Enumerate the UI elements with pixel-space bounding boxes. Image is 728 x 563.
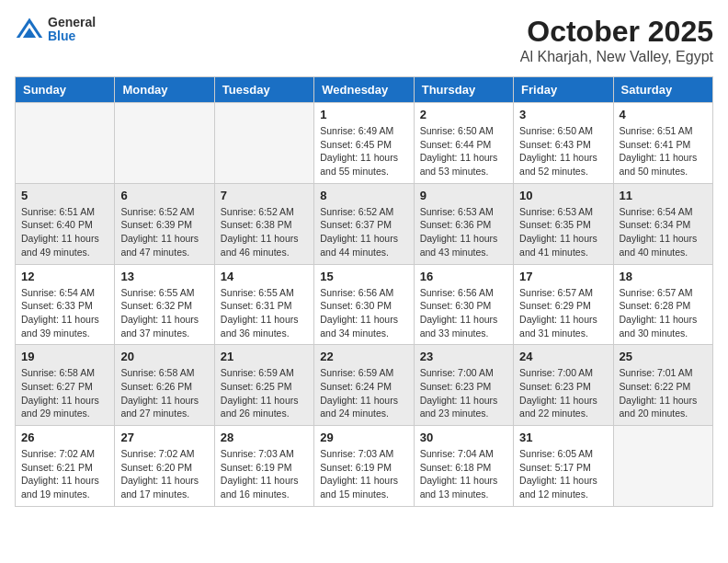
day-number: 10 <box>519 189 607 202</box>
logo-text: General Blue <box>48 16 96 44</box>
calendar-cell: 1Sunrise: 6:49 AM Sunset: 6:45 PM Daylig… <box>314 103 414 184</box>
logo: General Blue <box>15 15 96 44</box>
day-number: 30 <box>420 431 507 444</box>
day-header-saturday: Saturday <box>613 77 712 103</box>
cell-info: Sunrise: 6:50 AM Sunset: 6:44 PM Dayligh… <box>420 124 507 178</box>
calendar-cell: 12Sunrise: 6:54 AM Sunset: 6:33 PM Dayli… <box>16 264 115 345</box>
day-number: 18 <box>620 270 707 283</box>
title-block: October 2025 Al Kharjah, New Valley, Egy… <box>520 15 713 65</box>
calendar-cell: 2Sunrise: 6:50 AM Sunset: 6:44 PM Daylig… <box>414 103 513 184</box>
day-header-sunday: Sunday <box>16 77 115 103</box>
day-number: 24 <box>519 350 607 363</box>
calendar-week-row: 1Sunrise: 6:49 AM Sunset: 6:45 PM Daylig… <box>16 103 713 184</box>
day-header-thursday: Thursday <box>414 77 513 103</box>
calendar-cell: 24Sunrise: 7:00 AM Sunset: 6:23 PM Dayli… <box>514 345 613 426</box>
day-number: 28 <box>221 431 308 444</box>
cell-info: Sunrise: 6:57 AM Sunset: 6:28 PM Dayligh… <box>620 286 707 340</box>
day-header-monday: Monday <box>115 77 214 103</box>
cell-info: Sunrise: 7:00 AM Sunset: 6:23 PM Dayligh… <box>519 366 607 420</box>
calendar: SundayMondayTuesdayWednesdayThursdayFrid… <box>15 76 713 507</box>
day-number: 31 <box>519 431 607 444</box>
day-header-tuesday: Tuesday <box>214 77 313 103</box>
day-number: 8 <box>320 189 407 202</box>
day-number: 19 <box>21 350 108 363</box>
day-number: 4 <box>620 108 707 121</box>
day-number: 2 <box>420 108 507 121</box>
day-number: 23 <box>420 350 507 363</box>
cell-info: Sunrise: 6:53 AM Sunset: 6:35 PM Dayligh… <box>519 205 607 259</box>
logo-icon <box>15 15 44 44</box>
cell-info: Sunrise: 6:52 AM Sunset: 6:37 PM Dayligh… <box>320 205 407 259</box>
calendar-body: 1Sunrise: 6:49 AM Sunset: 6:45 PM Daylig… <box>16 103 713 507</box>
calendar-cell: 14Sunrise: 6:55 AM Sunset: 6:31 PM Dayli… <box>214 264 313 345</box>
logo-blue: Blue <box>48 29 96 43</box>
day-number: 16 <box>420 270 507 283</box>
calendar-cell: 6Sunrise: 6:52 AM Sunset: 6:39 PM Daylig… <box>115 183 214 264</box>
cell-info: Sunrise: 6:05 AM Sunset: 5:17 PM Dayligh… <box>519 447 607 501</box>
calendar-cell <box>115 103 214 184</box>
cell-info: Sunrise: 6:59 AM Sunset: 6:25 PM Dayligh… <box>221 366 308 420</box>
calendar-cell: 21Sunrise: 6:59 AM Sunset: 6:25 PM Dayli… <box>214 345 313 426</box>
calendar-cell: 18Sunrise: 6:57 AM Sunset: 6:28 PM Dayli… <box>613 264 712 345</box>
calendar-cell: 23Sunrise: 7:00 AM Sunset: 6:23 PM Dayli… <box>414 345 513 426</box>
cell-info: Sunrise: 7:03 AM Sunset: 6:19 PM Dayligh… <box>221 447 308 501</box>
day-number: 29 <box>320 431 407 444</box>
cell-info: Sunrise: 6:51 AM Sunset: 6:41 PM Dayligh… <box>620 124 707 178</box>
day-number: 7 <box>221 189 308 202</box>
calendar-week-row: 5Sunrise: 6:51 AM Sunset: 6:40 PM Daylig… <box>16 183 713 264</box>
day-number: 22 <box>320 350 407 363</box>
calendar-cell: 19Sunrise: 6:58 AM Sunset: 6:27 PM Dayli… <box>16 345 115 426</box>
day-number: 1 <box>320 108 407 121</box>
cell-info: Sunrise: 6:55 AM Sunset: 6:31 PM Dayligh… <box>221 286 308 340</box>
calendar-cell: 5Sunrise: 6:51 AM Sunset: 6:40 PM Daylig… <box>16 183 115 264</box>
cell-info: Sunrise: 7:00 AM Sunset: 6:23 PM Dayligh… <box>420 366 507 420</box>
calendar-cell: 30Sunrise: 7:04 AM Sunset: 6:18 PM Dayli… <box>414 426 513 507</box>
calendar-week-row: 26Sunrise: 7:02 AM Sunset: 6:21 PM Dayli… <box>16 426 713 507</box>
page-header: General Blue October 2025 Al Kharjah, Ne… <box>15 15 713 65</box>
day-number: 21 <box>221 350 308 363</box>
calendar-cell: 13Sunrise: 6:55 AM Sunset: 6:32 PM Dayli… <box>115 264 214 345</box>
cell-info: Sunrise: 6:59 AM Sunset: 6:24 PM Dayligh… <box>320 366 407 420</box>
month-title: October 2025 <box>520 15 713 49</box>
day-number: 26 <box>21 431 108 444</box>
cell-info: Sunrise: 6:49 AM Sunset: 6:45 PM Dayligh… <box>320 124 407 178</box>
cell-info: Sunrise: 7:04 AM Sunset: 6:18 PM Dayligh… <box>420 447 507 501</box>
cell-info: Sunrise: 6:57 AM Sunset: 6:29 PM Dayligh… <box>519 286 607 340</box>
day-number: 20 <box>120 350 208 363</box>
day-number: 13 <box>120 270 208 283</box>
cell-info: Sunrise: 7:03 AM Sunset: 6:19 PM Dayligh… <box>320 447 407 501</box>
cell-info: Sunrise: 7:01 AM Sunset: 6:22 PM Dayligh… <box>620 366 707 420</box>
calendar-header-row: SundayMondayTuesdayWednesdayThursdayFrid… <box>16 77 713 103</box>
calendar-cell: 4Sunrise: 6:51 AM Sunset: 6:41 PM Daylig… <box>613 103 712 184</box>
cell-info: Sunrise: 6:54 AM Sunset: 6:34 PM Dayligh… <box>620 205 707 259</box>
cell-info: Sunrise: 6:56 AM Sunset: 6:30 PM Dayligh… <box>420 286 507 340</box>
cell-info: Sunrise: 6:51 AM Sunset: 6:40 PM Dayligh… <box>21 205 108 259</box>
cell-info: Sunrise: 7:02 AM Sunset: 6:20 PM Dayligh… <box>120 447 208 501</box>
calendar-cell <box>214 103 313 184</box>
calendar-cell: 28Sunrise: 7:03 AM Sunset: 6:19 PM Dayli… <box>214 426 313 507</box>
cell-info: Sunrise: 6:58 AM Sunset: 6:26 PM Dayligh… <box>120 366 208 420</box>
day-number: 5 <box>21 189 108 202</box>
calendar-cell: 17Sunrise: 6:57 AM Sunset: 6:29 PM Dayli… <box>514 264 613 345</box>
logo-general: General <box>48 16 96 29</box>
cell-info: Sunrise: 6:52 AM Sunset: 6:39 PM Dayligh… <box>120 205 208 259</box>
calendar-cell: 3Sunrise: 6:50 AM Sunset: 6:43 PM Daylig… <box>514 103 613 184</box>
cell-info: Sunrise: 6:55 AM Sunset: 6:32 PM Dayligh… <box>120 286 208 340</box>
day-header-wednesday: Wednesday <box>314 77 414 103</box>
day-number: 6 <box>120 189 208 202</box>
day-header-friday: Friday <box>514 77 613 103</box>
day-number: 3 <box>519 108 607 121</box>
day-number: 9 <box>420 189 507 202</box>
location-title: Al Kharjah, New Valley, Egypt <box>520 49 713 65</box>
calendar-cell: 22Sunrise: 6:59 AM Sunset: 6:24 PM Dayli… <box>314 345 414 426</box>
calendar-cell: 11Sunrise: 6:54 AM Sunset: 6:34 PM Dayli… <box>613 183 712 264</box>
day-number: 17 <box>519 270 607 283</box>
calendar-week-row: 12Sunrise: 6:54 AM Sunset: 6:33 PM Dayli… <box>16 264 713 345</box>
day-number: 25 <box>620 350 707 363</box>
calendar-cell: 8Sunrise: 6:52 AM Sunset: 6:37 PM Daylig… <box>314 183 414 264</box>
day-number: 14 <box>221 270 308 283</box>
calendar-cell: 16Sunrise: 6:56 AM Sunset: 6:30 PM Dayli… <box>414 264 513 345</box>
cell-info: Sunrise: 6:54 AM Sunset: 6:33 PM Dayligh… <box>21 286 108 340</box>
day-number: 12 <box>21 270 108 283</box>
calendar-cell <box>16 103 115 184</box>
